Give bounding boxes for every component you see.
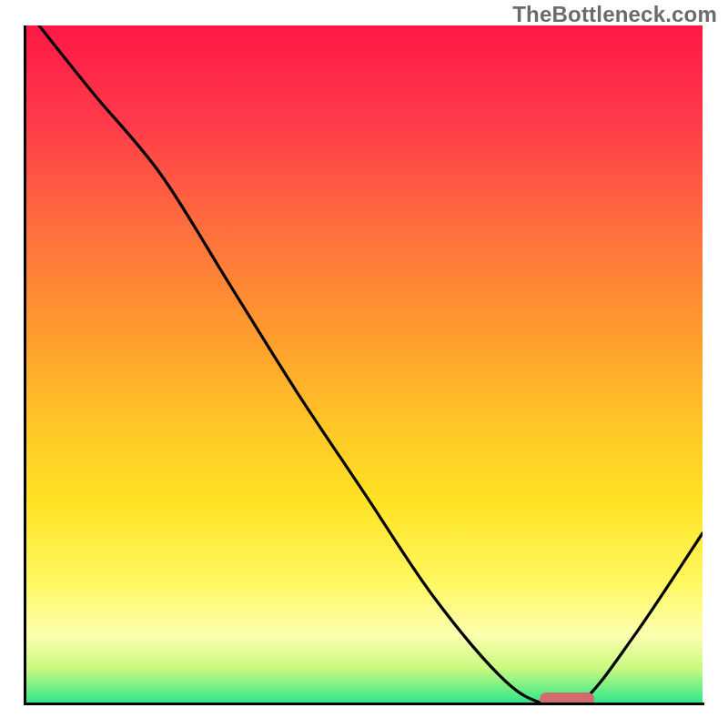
plot-area <box>25 25 703 703</box>
x-axis <box>24 703 704 705</box>
chart-container: TheBottleneck.com <box>0 0 728 728</box>
y-axis <box>24 25 26 704</box>
watermark-text: TheBottleneck.com <box>512 2 717 27</box>
bottleneck-curve <box>25 25 703 703</box>
